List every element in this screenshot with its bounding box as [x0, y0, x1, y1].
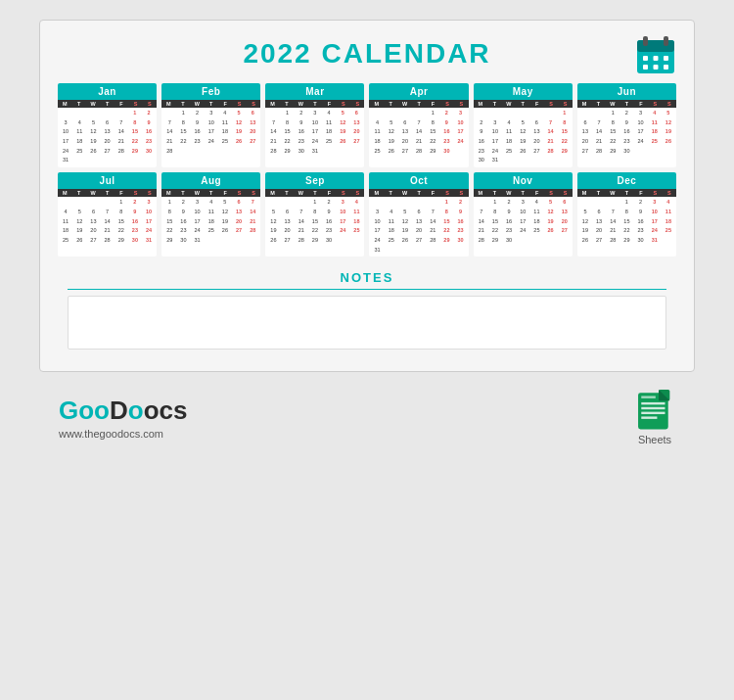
day-cell: [86, 109, 100, 118]
day-cell: 3: [59, 118, 72, 128]
calendar-icon: [635, 34, 676, 75]
svg-rect-7: [643, 65, 648, 70]
day-cell: 30: [475, 156, 488, 165]
month-block-nov: NovMTWTFSS123456789101112131415161718192…: [474, 172, 573, 257]
svg-rect-2: [643, 36, 648, 46]
day-cell: 8: [115, 208, 128, 217]
day-cell: 6: [280, 208, 294, 217]
day-cell: 26: [86, 147, 100, 157]
day-cell: [578, 109, 592, 118]
day-cell: [115, 156, 128, 165]
day-cell: [453, 246, 467, 256]
day-header-cell: S: [648, 189, 662, 197]
day-cell: [218, 236, 232, 246]
day-cell: [592, 198, 606, 208]
day-header-cell: S: [337, 100, 350, 108]
day-cell: 16: [502, 217, 516, 227]
day-cell: [115, 246, 128, 248]
day-header-cell: W: [190, 100, 204, 108]
day-cell: 28: [246, 226, 259, 236]
day-header-cell: M: [58, 189, 71, 197]
day-cell: [190, 156, 204, 158]
day-cell: 7: [475, 208, 488, 217]
day-header-cell: F: [322, 189, 336, 197]
day-cell: 31: [59, 156, 72, 165]
day-cell: 14: [426, 217, 439, 227]
day-cell: [232, 236, 246, 246]
day-cell: 27: [100, 147, 114, 157]
day-cell: 12: [578, 217, 592, 227]
day-cell: 2: [502, 198, 516, 208]
day-header-cell: T: [308, 100, 322, 108]
footer: GooDoocs www.thegoodocs.com Sheets: [0, 372, 734, 445]
day-cell: 6: [578, 118, 592, 128]
day-cell: [246, 246, 259, 248]
day-header-cell: T: [280, 189, 294, 197]
day-cell: 8: [280, 118, 294, 128]
day-cell: 22: [426, 137, 439, 147]
day-cell: 9: [295, 118, 308, 128]
days-header-mar: MTWTFSS: [265, 100, 364, 108]
day-cell: 18: [385, 226, 398, 236]
day-cell: 26: [516, 147, 529, 157]
day-cell: 15: [558, 127, 572, 137]
day-header-cell: M: [577, 189, 591, 197]
day-cell: 19: [385, 137, 398, 147]
day-cell: [558, 236, 572, 246]
day-cell: 23: [502, 226, 516, 236]
day-cell: 16: [128, 217, 142, 227]
day-cell: 4: [205, 198, 218, 208]
day-cell: 20: [232, 217, 246, 227]
day-cell: 1: [488, 198, 502, 208]
day-header-cell: M: [369, 100, 383, 108]
day-cell: 25: [218, 137, 232, 147]
month-block-aug: AugMTWTFSS123456789101112131415161718192…: [161, 172, 260, 257]
day-cell: 3: [308, 109, 322, 118]
day-cell: 26: [218, 226, 232, 236]
svg-rect-4: [643, 56, 648, 61]
day-cell: [606, 156, 619, 158]
day-cell: 17: [205, 127, 218, 137]
day-cell: 8: [619, 208, 633, 217]
day-cell: 31: [142, 236, 156, 246]
day-cell: [543, 236, 557, 246]
day-cell: 10: [648, 208, 662, 217]
day-cell: 5: [218, 198, 232, 208]
day-cell: 26: [336, 137, 349, 147]
day-cell: 24: [205, 137, 218, 147]
notes-box[interactable]: [68, 296, 666, 350]
day-cell: 6: [246, 109, 259, 118]
day-cell: 15: [426, 127, 439, 137]
day-cell: 14: [100, 217, 114, 227]
day-cell: 29: [426, 147, 439, 157]
day-cell: 10: [190, 208, 204, 217]
day-cell: [606, 198, 619, 208]
day-header-cell: W: [86, 189, 100, 197]
day-cell: 17: [488, 137, 502, 147]
day-cell: 15: [128, 127, 142, 137]
day-cell: [176, 147, 190, 157]
day-cell: 24: [453, 137, 467, 147]
day-cell: 2: [190, 109, 204, 118]
month-header-jul: Jul: [58, 172, 157, 189]
day-cell: 29: [308, 236, 322, 246]
day-cell: 3: [516, 198, 529, 208]
day-cell: 29: [488, 236, 502, 246]
day-cell: 20: [280, 226, 294, 236]
day-cell: [349, 147, 363, 157]
day-cell: 15: [619, 217, 633, 227]
day-cell: 9: [453, 208, 467, 217]
svg-rect-13: [641, 412, 665, 414]
month-block-sep: SepMTWTFSS123456789101112131415161718192…: [265, 172, 364, 257]
day-cell: 25: [529, 226, 543, 236]
month-header-nov: Nov: [474, 172, 573, 189]
day-header-cell: F: [529, 100, 543, 108]
day-cell: 19: [398, 226, 412, 236]
day-cell: 8: [439, 208, 453, 217]
day-cell: 23: [190, 137, 204, 147]
day-cell: 1: [426, 109, 439, 118]
day-header-cell: S: [440, 100, 454, 108]
day-header-cell: S: [337, 189, 350, 197]
day-cell: 10: [205, 118, 218, 128]
page-wrapper: 2022 CALENDAR JanMTWTFSS1234567891011121…: [0, 0, 734, 700]
